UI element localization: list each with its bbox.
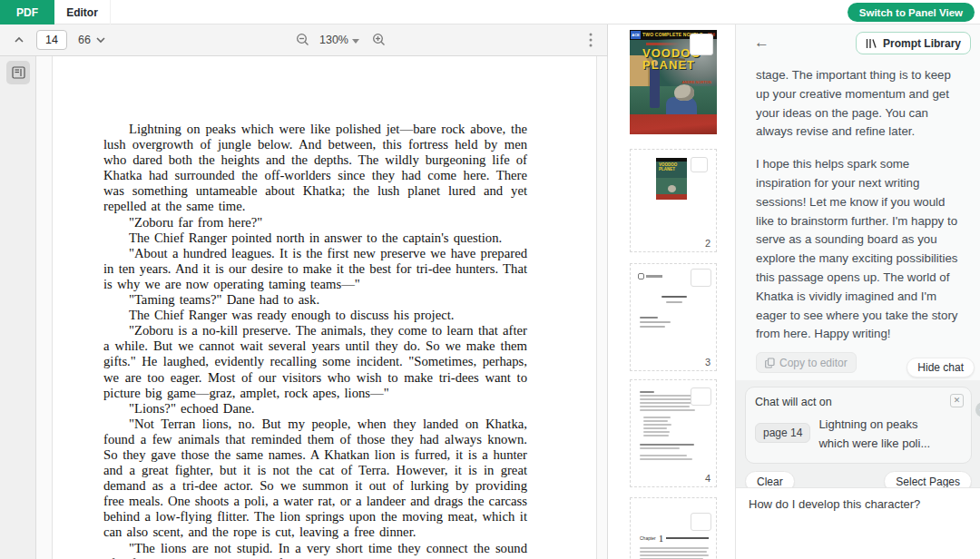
context-close-icon[interactable]: ✕ xyxy=(950,394,964,407)
mini-cover-helmet-art xyxy=(668,185,676,192)
context-row: page 14 Lightning on peaks which were li… xyxy=(755,415,944,453)
left-tool-strip xyxy=(0,56,36,559)
cover-ground-art xyxy=(630,114,717,134)
page2-number: 2 xyxy=(705,238,710,249)
doc-paragraph: "Not Terran lions, no. But my people, wh… xyxy=(103,417,527,541)
chat-context-box: Chat will act on ✕ page 14 Lightning on … xyxy=(745,387,972,464)
thumbnail-page-2[interactable]: VOODOO PLANET 2 xyxy=(630,149,717,252)
thumbnail-page-3[interactable]: 3 xyxy=(630,263,717,371)
prompt-library-button[interactable]: Prompt Library xyxy=(856,32,971,54)
page3-number: 3 xyxy=(705,357,710,368)
pdf-page-text: Lightning on peaks which were like polis… xyxy=(53,56,596,559)
tab-pdf[interactable]: PDF xyxy=(0,0,54,25)
chat-panel: ← Prompt Library stage. The important th… xyxy=(735,25,980,559)
context-label: Chat will act on xyxy=(755,396,962,408)
thumbnail-rail: ACE TWO COMPLETE NOVELS 35¢ VOODOO PLANE… xyxy=(608,25,735,559)
thumbnail-page-1-cover[interactable]: ACE TWO COMPLETE NOVELS 35¢ VOODOO PLANE… xyxy=(630,30,717,134)
context-snippet: Lightning on peaks which were like poli.… xyxy=(818,415,944,453)
library-icon xyxy=(866,38,877,49)
zoom-level-dropdown[interactable]: 130% xyxy=(319,25,359,55)
doc-paragraph: Lightning on peaks which were like polis… xyxy=(103,122,527,215)
doc-paragraph: "The lions are not stupid. In a very sho… xyxy=(103,541,527,559)
thumbnail-panel-icon xyxy=(12,66,25,79)
switch-to-panel-view-button[interactable]: Switch to Panel View xyxy=(848,3,975,22)
doc-paragraph: "Lions?" echoed Dane. xyxy=(103,401,527,417)
doc-paragraph: The Chief Ranger pointed north in answer… xyxy=(103,230,527,246)
chat-message-area[interactable]: stage. The important thing is to keep up… xyxy=(736,61,980,380)
assistant-message-paragraph: I hope this helps spark some inspiration… xyxy=(756,155,960,344)
cover-author-text: ANDRE NORTON xyxy=(681,80,711,84)
copy-to-editor-button[interactable]: Copy to editor xyxy=(756,352,857,373)
page3-annotation-box xyxy=(691,269,711,287)
doc-paragraph: "About a hundred leagues. It is the firs… xyxy=(103,246,527,292)
author-text-bar xyxy=(666,301,682,303)
thumbnail-panel-toggle-button[interactable] xyxy=(6,61,30,84)
zoom-out-icon[interactable] xyxy=(296,25,310,55)
page4-number: 4 xyxy=(705,473,710,484)
copy-icon xyxy=(765,358,775,368)
zoom-level-value: 130% xyxy=(319,34,348,46)
pdf-viewer[interactable]: Lightning on peaks which were like polis… xyxy=(36,56,608,559)
copy-to-editor-label: Copy to editor xyxy=(779,357,848,369)
chat-input[interactable]: How do I develop this character? xyxy=(749,496,967,513)
chat-footer: Chat will act on ✕ page 14 Lightning on … xyxy=(736,380,980,559)
pdf-toolbar: 66 130% xyxy=(0,25,608,56)
chapter-number: 1 xyxy=(659,533,664,544)
context-go-arrow-icon[interactable]: ➔ xyxy=(975,402,980,417)
tab-editor[interactable]: Editor xyxy=(54,0,111,25)
cover-annotation-box xyxy=(690,34,713,55)
chat-header: ← Prompt Library xyxy=(736,25,980,61)
total-pages-label: 66 xyxy=(78,25,91,55)
page4-annotation-box xyxy=(691,387,711,406)
mini-cover-image: VOODOO PLANET xyxy=(656,158,687,200)
thumbnail-page-5[interactable]: Chapter 1 xyxy=(630,497,717,559)
doc-paragraph: "Zoboru is a no-kill preserve. The anima… xyxy=(103,323,527,400)
chat-input-area[interactable]: How do I develop this character? xyxy=(736,487,980,559)
mini-cover-title: VOODOO PLANET xyxy=(659,162,677,172)
assistant-message-paragraph: stage. The important thing is to keep up… xyxy=(756,66,960,142)
cover-helmet-art xyxy=(674,84,694,101)
back-arrow-icon[interactable]: ← xyxy=(754,34,774,52)
meta-text-bar xyxy=(640,321,671,323)
publisher-logo-mark xyxy=(638,273,662,280)
page-number-input[interactable] xyxy=(36,30,67,50)
mini-cover-band xyxy=(656,158,687,162)
page2-annotation-box xyxy=(691,157,708,172)
meta-text-bar xyxy=(640,317,658,319)
page-down-icon[interactable] xyxy=(94,25,107,55)
chapter-word: Chapter xyxy=(640,535,656,541)
top-bar: PDF Editor Switch to Panel View xyxy=(0,0,980,25)
chapter-heading: Chapter 1 xyxy=(640,533,709,544)
cover-publisher-logo: ACE xyxy=(631,31,641,39)
title-text-bar xyxy=(662,296,687,298)
doc-paragraph: "Zoboru far from here?" xyxy=(103,215,527,230)
mini-cover-ground-art xyxy=(656,194,687,200)
zoom-in-icon[interactable] xyxy=(372,25,387,55)
page-badge: page 14 xyxy=(755,423,810,443)
prompt-library-label: Prompt Library xyxy=(883,37,961,50)
doc-paragraph: "Taming teams?" Dane had to ask. xyxy=(103,292,527,308)
doc-paragraph: The Chief Ranger was ready enough to dis… xyxy=(103,308,527,323)
page-up-icon[interactable] xyxy=(13,25,25,55)
hide-chat-button[interactable]: Hide chat xyxy=(906,358,975,378)
pdf-page: Lightning on peaks which were like polis… xyxy=(52,56,597,559)
thumbnail-page-4[interactable]: 4 xyxy=(630,379,717,487)
zoom-caret-icon xyxy=(352,39,359,44)
more-options-kebab-icon[interactable] xyxy=(588,25,593,55)
page5-annotation-box xyxy=(691,513,711,531)
meta-text-bar xyxy=(640,326,665,328)
